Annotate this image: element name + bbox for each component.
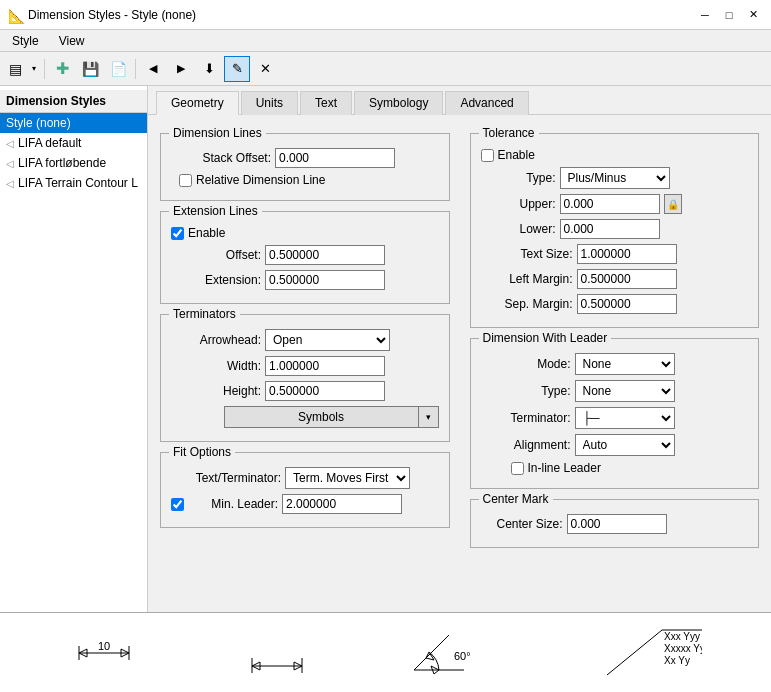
left-column: Dimension Lines Stack Offset: Relative D… — [160, 125, 450, 558]
lock-button[interactable]: 🔒 — [664, 194, 682, 214]
sidebar-item-style-none[interactable]: Style (none) — [0, 113, 147, 133]
fit-options-section: Fit Options Text/Terminator: Term. Moves… — [160, 452, 450, 528]
min-leader-checkbox[interactable] — [171, 498, 184, 511]
width-input[interactable] — [265, 356, 385, 376]
tol-textsize-label: Text Size: — [501, 247, 573, 261]
toolbar-sep-1 — [44, 59, 45, 79]
new-style-button[interactable]: ✚ — [49, 56, 75, 82]
tol-upper-row: Upper: 🔒 — [501, 194, 749, 214]
tab-units[interactable]: Units — [241, 91, 298, 115]
svg-text:Xx Yy: Xx Yy — [664, 655, 690, 666]
tab-content-geometry: Dimension Lines Stack Offset: Relative D… — [148, 115, 771, 612]
sidebar-icon-1: ◁ — [6, 138, 14, 149]
delete-button[interactable]: ✕ — [252, 56, 278, 82]
menu-bar: Style View — [0, 30, 771, 52]
leader-type-select[interactable]: None Standard — [575, 380, 675, 402]
leader-term-label: Terminator: — [491, 411, 571, 425]
list-button[interactable]: ▤ — [4, 56, 26, 82]
tol-sepmargin-row: Sep. Margin: — [501, 294, 749, 314]
tol-type-label: Type: — [501, 171, 556, 185]
close-button[interactable]: ✕ — [743, 5, 763, 25]
relative-dim-checkbox[interactable] — [179, 174, 192, 187]
tol-lower-label: Lower: — [501, 222, 556, 236]
sidebar-item-label: LIFA Terrain Contour L — [18, 176, 138, 190]
tol-lower-input[interactable] — [560, 219, 660, 239]
preview-text: Xxx Yyy Xxxxx Yyyyy Xx Yy — [602, 625, 702, 680]
sidebar-icon-2: ◁ — [6, 158, 14, 169]
center-mark-title: Center Mark — [479, 492, 553, 506]
window-title: Dimension Styles - Style (none) — [28, 8, 196, 22]
preview-angle: 60° — [404, 625, 504, 680]
tab-symbology[interactable]: Symbology — [354, 91, 443, 115]
inline-leader-checkbox[interactable] — [511, 462, 524, 475]
relative-dim-row: Relative Dimension Line — [179, 173, 439, 187]
menu-style[interactable]: Style — [4, 32, 47, 50]
center-mark-section: Center Mark Center Size: — [470, 499, 760, 548]
tol-upper-input[interactable] — [560, 194, 660, 214]
text-term-select[interactable]: Term. Moves First Text Moves First Best … — [285, 467, 410, 489]
save-button[interactable]: 💾 — [77, 56, 103, 82]
stack-offset-input[interactable] — [275, 148, 395, 168]
load-button[interactable]: ⬇ — [196, 56, 222, 82]
text-term-label: Text/Terminator: — [171, 471, 281, 485]
minimize-button[interactable]: ─ — [695, 5, 715, 25]
width-label: Width: — [171, 359, 261, 373]
min-leader-input[interactable] — [282, 494, 402, 514]
tab-text[interactable]: Text — [300, 91, 352, 115]
sidebar-item-lifa-fort[interactable]: ◁ LIFA fortløbende — [0, 153, 147, 173]
offset-input[interactable] — [265, 245, 385, 265]
sidebar-title: Dimension Styles — [0, 90, 147, 113]
tol-sepmargin-input[interactable] — [577, 294, 677, 314]
tab-geometry[interactable]: Geometry — [156, 91, 239, 115]
leader-mode-row: Mode: None Standard Always — [491, 353, 749, 375]
height-row: Height: — [171, 381, 439, 401]
tolerance-enable-checkbox[interactable] — [481, 149, 494, 162]
svg-text:10: 10 — [98, 640, 110, 652]
tolerance-title: Tolerance — [479, 126, 539, 140]
menu-view[interactable]: View — [51, 32, 93, 50]
sidebar-item-label: Style (none) — [6, 116, 71, 130]
text-term-row: Text/Terminator: Term. Moves First Text … — [171, 467, 439, 489]
height-input[interactable] — [265, 381, 385, 401]
import-left-button[interactable]: ◀ — [140, 56, 166, 82]
symbols-dropdown-button[interactable]: ▾ — [419, 406, 439, 428]
leader-align-select[interactable]: Auto Left Right Center — [575, 434, 675, 456]
svg-text:Xxxxx Yyyyy: Xxxxx Yyyyy — [664, 643, 702, 654]
copy-button[interactable]: 📄 — [105, 56, 131, 82]
tab-advanced[interactable]: Advanced — [445, 91, 528, 115]
tol-upper-label: Upper: — [501, 197, 556, 211]
extension-input[interactable] — [265, 270, 385, 290]
fit-options-title: Fit Options — [169, 445, 235, 459]
extension-lines-title: Extension Lines — [169, 204, 262, 218]
app-icon: 📐 — [8, 8, 22, 22]
leader-term-select[interactable]: ├─ → — [575, 407, 675, 429]
title-bar: 📐 Dimension Styles - Style (none) ─ □ ✕ — [0, 0, 771, 30]
inline-leader-row: In-line Leader — [511, 461, 749, 475]
center-size-label: Center Size: — [481, 517, 563, 531]
arrowhead-select[interactable]: Open Closed Filled Dot Slash None — [265, 329, 390, 351]
terminators-title: Terminators — [169, 307, 240, 321]
bottom-preview: 10 60° Xxx Yyy Xxxxx Yyyyy — [0, 612, 771, 692]
list-dropdown-button[interactable]: ▾ — [28, 56, 40, 82]
preview-linear-2-svg — [247, 628, 307, 678]
preview-angle-svg: 60° — [404, 625, 504, 680]
center-size-input[interactable] — [567, 514, 667, 534]
offset-row: Offset: — [171, 245, 439, 265]
extension-label: Extension: — [171, 273, 261, 287]
maximize-button[interactable]: □ — [719, 5, 739, 25]
ext-enable-checkbox[interactable] — [171, 227, 184, 240]
ext-enable-label: Enable — [188, 226, 225, 240]
edit-button[interactable]: ✎ — [224, 56, 250, 82]
symbols-button[interactable]: Symbols — [224, 406, 419, 428]
tol-leftmargin-input[interactable] — [577, 269, 677, 289]
ext-enable-row: Enable — [171, 226, 439, 240]
sidebar-item-lifa-terrain[interactable]: ◁ LIFA Terrain Contour L — [0, 173, 147, 193]
toolbar: ▤ ▾ ✚ 💾 📄 ◀ ▶ ⬇ ✎ ✕ — [0, 52, 771, 86]
sidebar-item-lifa-default[interactable]: ◁ LIFA default — [0, 133, 147, 153]
tol-type-select[interactable]: Plus/Minus Limits None — [560, 167, 670, 189]
dimension-lines-section: Dimension Lines Stack Offset: Relative D… — [160, 133, 450, 201]
leader-mode-select[interactable]: None Standard Always — [575, 353, 675, 375]
tol-textsize-input[interactable] — [577, 244, 677, 264]
import-right-button[interactable]: ▶ — [168, 56, 194, 82]
tol-type-row: Type: Plus/Minus Limits None — [501, 167, 749, 189]
